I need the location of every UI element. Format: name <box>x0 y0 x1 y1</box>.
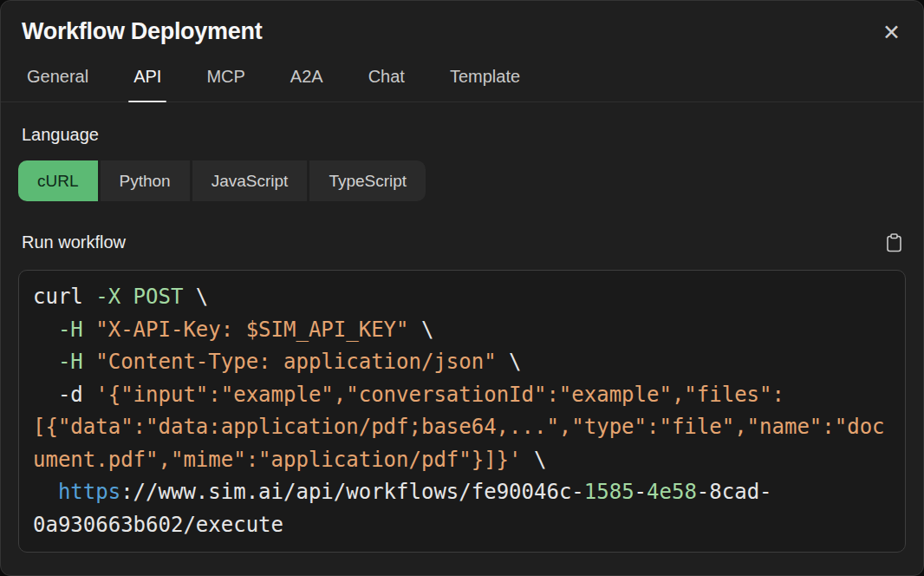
code-token: [{"data":"data:application/pdf;base64,..… <box>33 415 885 439</box>
tab-api[interactable]: API <box>128 67 166 101</box>
code-token: "X-API-Key: $SIM_API_KEY" <box>95 317 408 342</box>
code-token: -H <box>58 317 83 342</box>
tab-bar: GeneralAPIMCPA2AChatTemplate <box>1 67 923 102</box>
code-line: -d '{"input":"example","conversationId":… <box>33 379 891 412</box>
tab-template[interactable]: Template <box>445 67 525 101</box>
code-token: -d <box>33 383 95 407</box>
code-token: -H <box>58 350 83 374</box>
tab-general[interactable]: General <box>22 67 94 101</box>
clipboard-icon <box>886 233 902 252</box>
code-token <box>33 317 58 342</box>
code-token <box>33 480 58 504</box>
tab-mcp[interactable]: MCP <box>201 67 250 101</box>
code-line: [{"data":"data:application/pdf;base64,..… <box>33 411 891 444</box>
code-token: \ <box>409 317 434 342</box>
dialog-header: Workflow Deployment ✕ <box>1 1 923 47</box>
code-token: 0a930663b602/execute <box>33 513 283 537</box>
code-token <box>83 317 95 342</box>
code-token: ument.pdf","mime":"application/pdf"}]}' <box>33 448 522 472</box>
language-selector: cURLPythonJavaScriptTypeScript <box>18 160 906 201</box>
language-option-python[interactable]: Python <box>101 160 190 201</box>
code-token: \ <box>183 285 208 309</box>
page-title: Workflow Deployment <box>22 18 262 45</box>
code-token: -X POST <box>95 285 183 309</box>
workflow-deployment-dialog: Workflow Deployment ✕ GeneralAPIMCPA2ACh… <box>0 0 924 576</box>
code-token: 4e58 <box>647 480 697 504</box>
code-token: \ <box>522 448 547 472</box>
close-icon: ✕ <box>882 20 901 44</box>
code-token: "Content-Type: application/json" <box>95 350 496 374</box>
code-token <box>33 350 58 374</box>
run-workflow-label: Run workflow <box>22 232 126 252</box>
code-line: curl -X POST \ <box>33 281 891 314</box>
code-line: https://www.sim.ai/api/workflows/fe90046… <box>33 476 891 509</box>
close-button[interactable]: ✕ <box>881 18 902 47</box>
code-token: \ <box>497 350 522 374</box>
code-line: -H "X-API-Key: $SIM_API_KEY" \ <box>33 314 891 347</box>
code-token: - <box>634 480 647 504</box>
tab-a2a[interactable]: A2A <box>285 67 329 101</box>
code-token: '{"input":"example","conversationId":"ex… <box>95 383 784 407</box>
language-option-typescript[interactable]: TypeScript <box>309 160 426 201</box>
run-workflow-section: Run workflow curl -X POST \ -H "X-API-Ke… <box>1 232 923 553</box>
code-line: ument.pdf","mime":"application/pdf"}]}' … <box>33 444 891 477</box>
language-label: Language <box>22 125 902 145</box>
language-option-curl[interactable]: cURL <box>18 160 98 201</box>
tab-chat[interactable]: Chat <box>363 67 410 101</box>
code-token: https <box>58 480 120 504</box>
code-token: 1585 <box>584 480 634 504</box>
code-token: curl <box>33 285 95 309</box>
code-token <box>83 350 95 374</box>
language-option-javascript[interactable]: JavaScript <box>192 160 308 201</box>
language-section: Language cURLPythonJavaScriptTypeScript <box>1 125 923 201</box>
code-token: ://www.sim.ai/api/workflows/fe90046c- <box>120 480 584 504</box>
run-workflow-row: Run workflow <box>22 232 902 252</box>
code-line: 0a930663b602/execute <box>33 509 891 542</box>
code-token: -8cad- <box>697 480 772 504</box>
code-line: -H "Content-Type: application/json" \ <box>33 346 891 379</box>
code-block: curl -X POST \ -H "X-API-Key: $SIM_API_K… <box>18 270 906 553</box>
copy-button[interactable] <box>886 233 902 252</box>
